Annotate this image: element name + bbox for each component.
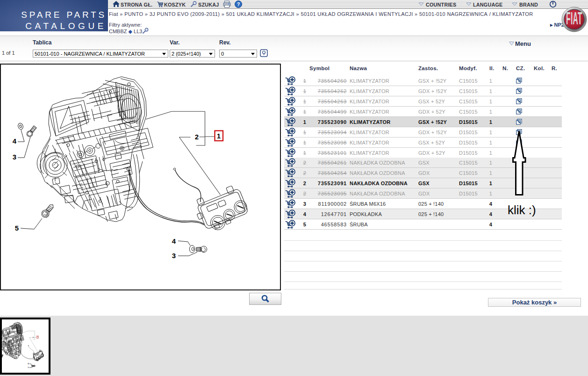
svg-text:FIAT: FIAT [566,9,582,28]
svg-text:?: ? [237,1,240,7]
